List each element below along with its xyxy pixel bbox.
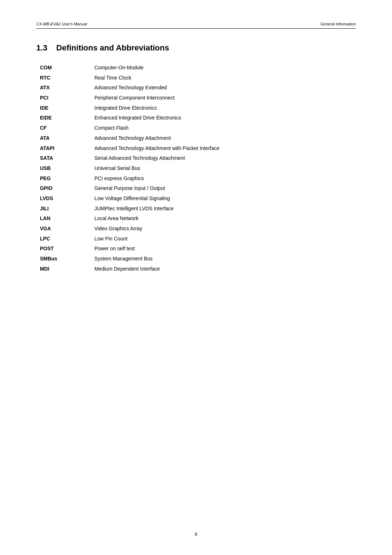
- list-item: POSTPower on self test: [36, 244, 356, 254]
- list-item: MDIMedium Dependent Interface: [36, 264, 356, 274]
- abbreviation-term: RTC: [36, 73, 94, 83]
- section-title: 1.3 Definitions and Abbreviations: [36, 43, 356, 53]
- abbreviation-definition: Peripheral Component Interconnect: [94, 93, 356, 103]
- list-item: ATAPIAdvanced Technology Attachment with…: [36, 143, 356, 154]
- abbreviation-term: SMBus: [36, 254, 94, 264]
- abbreviation-definition: Advanced Technology Attachment with Pack…: [94, 143, 356, 154]
- abbreviation-definition: Low Pin Count: [94, 234, 356, 244]
- page-number: 8: [195, 532, 197, 537]
- abbreviation-definition: Medium Dependent Interface: [94, 264, 356, 274]
- abbreviation-term: ATA: [36, 133, 94, 143]
- abbreviation-definition: Real Time Clock: [94, 73, 356, 83]
- abbreviation-term: PEG: [36, 174, 94, 184]
- abbreviation-term: MDI: [36, 264, 94, 274]
- abbreviation-definition: Video Graphics Array: [94, 224, 356, 234]
- list-item: RTCReal Time Clock: [36, 73, 356, 83]
- list-item: SMBusSystem Management Bus: [36, 254, 356, 264]
- abbreviation-term: ATX: [36, 83, 94, 93]
- abbreviation-term: LAN: [36, 214, 94, 224]
- abbreviation-definition: Compact Flash: [94, 123, 356, 133]
- abbreviation-definition: Enhanced Integrated Drive Electronics: [94, 113, 356, 123]
- abbreviation-definition: Local Area Network: [94, 214, 356, 224]
- abbreviation-definition: General Purpose Input / Output: [94, 183, 356, 194]
- abbreviation-definition: JUMPtec Intelligent LVDS Interface: [94, 204, 356, 214]
- list-item: EIDEEnhanced Integrated Drive Electronic…: [36, 113, 356, 123]
- list-item: VGAVideo Graphics Array: [36, 224, 356, 234]
- abbreviation-term: PCI: [36, 93, 94, 103]
- abbreviation-definition: Integrated Drive Electronics: [94, 103, 356, 113]
- abbreviation-definition: PCI express Graphics: [94, 174, 356, 184]
- abbreviation-term: IDE: [36, 103, 94, 113]
- abbreviation-term: USB: [36, 163, 94, 174]
- list-item: IDEIntegrated Drive Electronics: [36, 103, 356, 113]
- list-item: COMComputer-On-Module: [36, 63, 356, 73]
- list-item: LVDSLow Voltage Differential Signaling: [36, 194, 356, 204]
- abbreviation-definition: Low Voltage Differential Signaling: [94, 194, 356, 204]
- page-header: CX-MB-EVA2 User's Manual General Informa…: [36, 22, 356, 29]
- abbreviation-term: ATAPI: [36, 143, 94, 154]
- abbreviation-term: LVDS: [36, 194, 94, 204]
- abbreviation-definition: Universal Serial Bus: [94, 163, 356, 174]
- list-item: ATXAdvanced Technology Extended: [36, 83, 356, 93]
- abbreviation-definition: Serial Advanced Technology Attachment: [94, 153, 356, 163]
- abbreviation-term: LPC: [36, 234, 94, 244]
- abbreviation-definition: Computer-On-Module: [94, 63, 356, 73]
- list-item: USBUniversal Serial Bus: [36, 163, 356, 174]
- abbreviation-term: CF: [36, 123, 94, 133]
- abbreviation-definition: Advanced Technology Attachment: [94, 133, 356, 143]
- list-item: CFCompact Flash: [36, 123, 356, 133]
- header-right: General Information: [320, 22, 356, 26]
- abbreviation-definition: Advanced Technology Extended: [94, 83, 356, 93]
- abbreviation-term: COM: [36, 63, 94, 73]
- abbreviation-term: POST: [36, 244, 94, 254]
- list-item: JILIJUMPtec Intelligent LVDS Interface: [36, 204, 356, 214]
- page-footer: 8: [0, 532, 392, 537]
- abbreviation-definition: System Management Bus: [94, 254, 356, 264]
- section-heading: Definitions and Abbreviations: [56, 43, 169, 52]
- page: CX-MB-EVA2 User's Manual General Informa…: [0, 0, 392, 555]
- abbreviation-term: SATA: [36, 153, 94, 163]
- abbreviation-term: GPIO: [36, 183, 94, 194]
- list-item: PEGPCI express Graphics: [36, 174, 356, 184]
- abbreviation-definition: Power on self test: [94, 244, 356, 254]
- abbreviation-term: VGA: [36, 224, 94, 234]
- abbreviation-term: EIDE: [36, 113, 94, 123]
- list-item: PCIPeripheral Component Interconnect: [36, 93, 356, 103]
- section-number: 1.3: [36, 43, 48, 52]
- list-item: GPIOGeneral Purpose Input / Output: [36, 183, 356, 194]
- abbreviations-table: COMComputer-On-ModuleRTCReal Time ClockA…: [36, 63, 356, 274]
- list-item: LPCLow Pin Count: [36, 234, 356, 244]
- list-item: ATAAdvanced Technology Attachment: [36, 133, 356, 143]
- list-item: LANLocal Area Network: [36, 214, 356, 224]
- list-item: SATASerial Advanced Technology Attachmen…: [36, 153, 356, 163]
- abbreviation-term: JILI: [36, 204, 94, 214]
- header-left: CX-MB-EVA2 User's Manual: [36, 22, 87, 26]
